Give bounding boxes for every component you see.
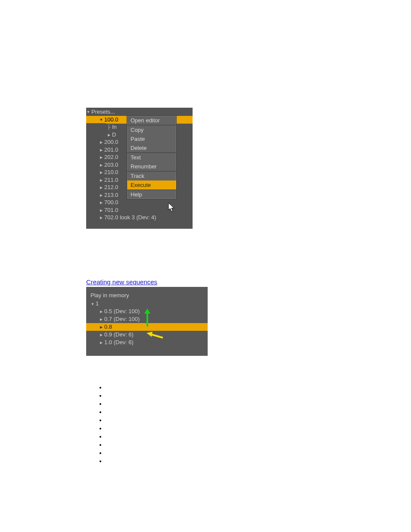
list-item — [106, 408, 411, 417]
menu-open-editor[interactable]: Open editor — [127, 116, 176, 125]
tree-item[interactable]: 702.0 look 3 (Dev: 4) — [86, 214, 193, 221]
tree-label: 0.9 (Dev: 6) — [104, 331, 134, 339]
tree-label: 213.0 — [104, 191, 118, 199]
bullet-list — [98, 384, 411, 466]
expand-icon — [90, 300, 95, 308]
menu-track[interactable]: Track — [127, 171, 176, 180]
tree-label: 200.0 — [104, 138, 118, 146]
menu-renumber[interactable]: Renumber — [127, 162, 176, 171]
tree-label: 100.0 — [104, 116, 118, 124]
memory-tree-root[interactable]: 1 — [86, 300, 208, 308]
tree-label: 1.0 (Dev: 6) — [104, 339, 134, 346]
list-item — [106, 449, 411, 457]
list-item — [106, 384, 411, 392]
collapse-icon — [99, 213, 103, 222]
list-item — [106, 433, 411, 441]
collapse-icon — [99, 330, 103, 339]
tree-label: 212.0 — [104, 184, 118, 191]
menu-paste[interactable]: Paste — [127, 134, 176, 143]
list-item — [106, 392, 411, 400]
menu-copy[interactable]: Copy — [127, 125, 176, 134]
presets-screenshot: Presets... 100.0 In D 200.0 201.0 202.0 … — [86, 108, 193, 229]
tree-label: 210.0 — [104, 168, 118, 176]
tree-label: 0.8 — [104, 323, 112, 331]
tree-branch-icon — [107, 123, 111, 131]
memory-tree-item[interactable]: 1.0 (Dev: 6) — [86, 339, 208, 346]
memory-tree-item-selected[interactable]: 0.8 — [86, 323, 208, 331]
collapse-icon — [107, 131, 111, 139]
menu-execute[interactable]: Execute — [127, 180, 176, 190]
list-item — [106, 441, 411, 449]
document-page: Presets... 100.0 In D 200.0 201.0 202.0 … — [0, 108, 411, 466]
list-item — [106, 417, 411, 425]
memory-tree-item[interactable]: 0.9 (Dev: 6) — [86, 331, 208, 339]
menu-help[interactable]: Help — [127, 190, 176, 199]
tree-label: In — [112, 123, 117, 131]
list-item — [106, 400, 411, 408]
tree-label: 700.0 — [104, 199, 118, 206]
tree-label: 1 — [96, 300, 99, 308]
tree-label: 0.7 (Dev: 100) — [104, 315, 140, 323]
menu-delete[interactable]: Delete — [127, 143, 176, 152]
tree-label: 203.0 — [104, 161, 118, 169]
tree-label: 0.5 (Dev: 100) — [104, 308, 140, 315]
tree-label: 202.0 — [104, 153, 118, 161]
tree-label: 702.0 look 3 (Dev: 4) — [104, 214, 156, 221]
mouse-cursor-icon — [168, 202, 177, 213]
creating-new-sequences-link[interactable]: Creating new sequences — [86, 278, 411, 286]
memory-tree-item[interactable]: 0.5 (Dev: 100) — [86, 308, 208, 315]
tree-label: 211.0 — [104, 176, 118, 184]
collapse-icon — [99, 323, 103, 331]
collapse-icon — [99, 338, 103, 347]
memory-screenshot: Play in memory 1 0.5 (Dev: 100) 0.7 (Dev… — [86, 287, 208, 356]
tree-label: Presets... — [91, 108, 115, 116]
collapse-icon — [99, 315, 103, 324]
list-item — [106, 457, 411, 466]
tree-label: 701.0 — [104, 206, 118, 214]
memory-panel-title: Play in memory — [90, 292, 129, 299]
memory-tree: 1 0.5 (Dev: 100) 0.7 (Dev: 100) 0.8 0.9 … — [86, 300, 208, 346]
expand-icon — [99, 115, 103, 124]
list-item — [106, 425, 411, 433]
tree-label: 201.0 — [104, 146, 118, 154]
context-menu: Open editor Copy Paste Delete Text Renum… — [127, 115, 177, 199]
memory-tree-item[interactable]: 0.7 (Dev: 100) — [86, 315, 208, 323]
tree-root-presets[interactable]: Presets... — [86, 108, 193, 116]
expand-icon — [86, 108, 90, 116]
collapse-icon — [99, 307, 103, 316]
menu-text[interactable]: Text — [127, 153, 176, 162]
tree-label: D — [112, 131, 116, 139]
